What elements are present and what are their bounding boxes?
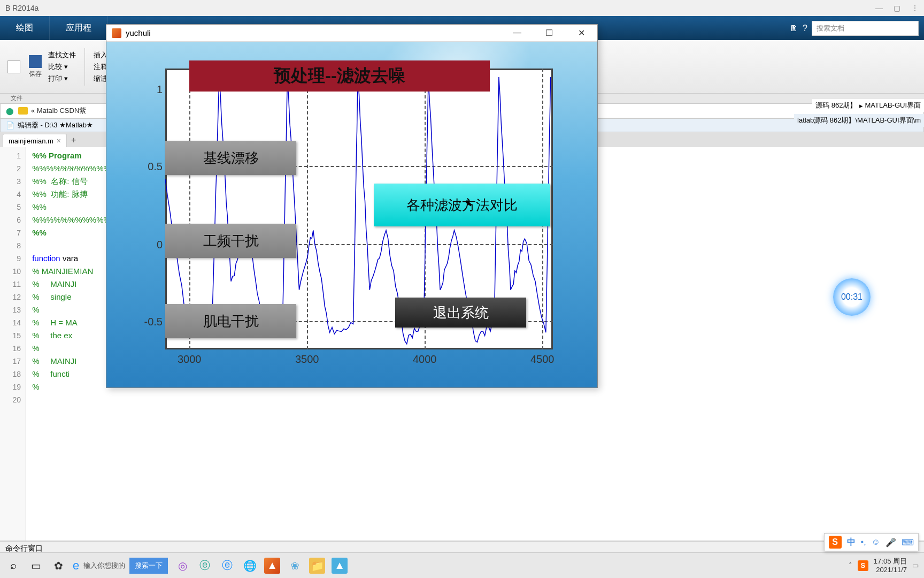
xtick-4000: 4000 xyxy=(413,353,437,366)
browser-icon[interactable]: 🌐 xyxy=(242,558,258,574)
tab-app[interactable]: 应用程 xyxy=(50,16,108,40)
start-search-icon[interactable]: ⌕ xyxy=(5,558,21,574)
ime-punct-icon[interactable]: •, xyxy=(861,537,866,547)
doc-icon[interactable]: 🗎 xyxy=(790,24,798,33)
figure-titlebar[interactable]: yuchuli — ☐ ✕ xyxy=(106,25,597,42)
minimize-icon[interactable]: — xyxy=(875,4,883,12)
app-icon[interactable]: ❀ xyxy=(287,558,303,574)
matlab-taskbar-icon[interactable]: ▲ xyxy=(264,558,280,574)
compare-button[interactable]: 比较 ▾ xyxy=(48,62,76,72)
ribbon-group-file: 文件 xyxy=(11,95,22,101)
taskview-icon[interactable]: ▭ xyxy=(28,558,44,574)
ime-emoji-icon[interactable]: ☺ xyxy=(872,537,880,547)
ytick-1: 1 xyxy=(141,83,163,96)
xtick-3000: 3000 xyxy=(178,353,202,366)
ime-toolbar[interactable]: S 中 •, ☺ 🎤 ⌨ xyxy=(824,533,919,551)
save-button[interactable]: 保存 xyxy=(27,53,44,81)
app-title: B R2014a xyxy=(5,4,38,12)
ie-icon: e xyxy=(73,559,79,573)
ime-keyboard-icon[interactable]: ⌨ xyxy=(902,537,914,547)
maximize-icon[interactable]: ▢ xyxy=(894,4,900,12)
ie-taskbar-icon[interactable]: ⓔ xyxy=(197,558,213,574)
cortana-icon[interactable]: ◎ xyxy=(174,558,190,574)
tab-plot[interactable]: 绘图 xyxy=(0,16,50,40)
matlab-title-bar: B R2014a — ▢ ⋮ xyxy=(0,0,924,16)
xtick-3500: 3500 xyxy=(295,353,319,366)
obs-icon[interactable]: ✿ xyxy=(50,558,66,574)
taskbar: ⌕ ▭ ✿ e 输入你想搜的 搜索一下 ◎ ⓔ ⓔ 🌐 ▲ ❀ 📁 ▲ ˄ S … xyxy=(0,552,924,578)
ytick-05: 0.5 xyxy=(141,161,163,173)
ytick-0: 0 xyxy=(141,239,163,251)
clock[interactable]: 17:05 周日 2021/11/7 xyxy=(874,557,907,574)
filter-compare-button[interactable]: 各种滤波方法对比 xyxy=(374,184,550,226)
tray-chevron-icon[interactable]: ˄ xyxy=(849,561,852,569)
line-gutter: 1234567891011121314151617181920 xyxy=(0,147,26,541)
sogou-icon[interactable]: S xyxy=(829,536,842,549)
tab-add-button[interactable]: + xyxy=(67,133,80,147)
photos-icon[interactable]: ▲ xyxy=(332,558,348,574)
emg-interference-button[interactable]: 肌电干扰 xyxy=(165,304,296,338)
title-banner: 预处理--滤波去噪 xyxy=(189,60,490,92)
ime-lang[interactable]: 中 xyxy=(847,537,856,548)
ytick-m05: -0.5 xyxy=(141,316,163,328)
fig-close-icon[interactable]: ✕ xyxy=(571,28,592,38)
print-button[interactable]: 打印 ▾ xyxy=(48,74,76,83)
new-button[interactable] xyxy=(5,58,22,75)
notification-icon[interactable]: ▭ xyxy=(912,561,919,569)
path-fragment-right: 源码 862期】▸MATLAB-GUI界面 xyxy=(812,99,924,112)
figure-body: 1 0.5 0 -0.5 3000 3500 4000 4500 预处理--滤波… xyxy=(106,42,597,387)
baseline-drift-button[interactable]: 基线漂移 xyxy=(165,141,296,175)
doc-search[interactable]: 搜索文档 xyxy=(812,21,919,36)
close-icon[interactable]: ⋮ xyxy=(911,4,919,12)
fig-maximize-icon[interactable]: ☐ xyxy=(538,28,560,38)
help-icon[interactable]: ? xyxy=(803,24,807,33)
fig-minimize-icon[interactable]: — xyxy=(506,28,528,38)
tab-mainjiemian[interactable]: mainjiemian.m× xyxy=(3,134,67,147)
edge-icon[interactable]: ⓔ xyxy=(219,558,235,574)
folder-icon xyxy=(18,107,28,115)
recording-timer[interactable]: 00:31 xyxy=(833,278,871,316)
matlab-icon xyxy=(112,28,121,38)
editor-path-right: latlab源码 862期】\MATLAB-GUI界面\m xyxy=(794,114,924,127)
search-button[interactable]: 搜索一下 xyxy=(129,558,168,574)
find-files-button[interactable]: 查找文件 xyxy=(48,50,76,60)
window-controls: — ▢ ⋮ xyxy=(875,4,919,12)
power-interference-button[interactable]: 工频干扰 xyxy=(165,224,296,258)
ime-voice-icon[interactable]: 🎤 xyxy=(886,537,896,547)
tray-sogou-icon[interactable]: S xyxy=(858,560,868,571)
figure-window: yuchuli — ☐ ✕ 1 0.5 0 -0.5 3000 3500 400… xyxy=(106,24,598,388)
xtick-4500: 4500 xyxy=(530,353,555,366)
tab-close-icon[interactable]: × xyxy=(57,136,61,145)
taskbar-search[interactable]: e 输入你想搜的 搜索一下 xyxy=(73,558,168,574)
figure-title: yuchuli xyxy=(126,28,151,37)
exit-button[interactable]: 退出系统 xyxy=(395,298,526,328)
explorer-icon[interactable]: 📁 xyxy=(309,558,325,574)
